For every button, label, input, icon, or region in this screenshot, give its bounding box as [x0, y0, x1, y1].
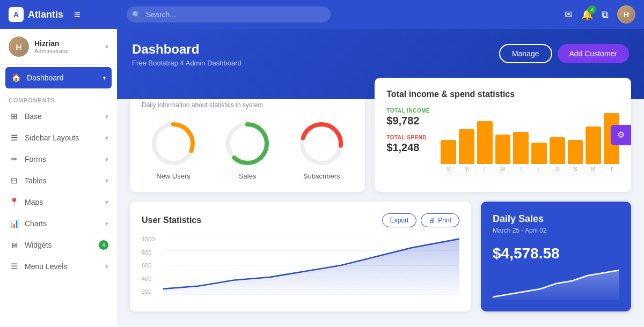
bar-column: T: [513, 132, 529, 172]
maps-label: Maps: [25, 198, 100, 206]
content: Overall statistics Daily information abo…: [117, 78, 644, 327]
user-stats-header: User Statistics Export 🖨 Print: [142, 213, 459, 227]
sidebar-item-widgets[interactable]: 🖥 Widgets 4: [0, 234, 117, 256]
brand: A Atlantis ≡: [9, 7, 116, 22]
avatar-image: H: [617, 5, 635, 24]
bar-x-label: T: [483, 166, 486, 172]
brand-name: Atlantis: [28, 9, 63, 20]
daily-sales-card: Daily Sales March 25 - April 02 $4,578.5…: [481, 202, 631, 311]
sidebar-item-sidebar-layouts[interactable]: ☰ Sidebar Layouts ▾: [0, 127, 117, 148]
bar: [550, 137, 565, 164]
bar: [477, 121, 493, 164]
sidebar-item-tables[interactable]: ⊟ Tables ▾: [0, 170, 117, 191]
sidebar-item-label: Dashboard: [27, 73, 98, 82]
dashboard-arrow-icon: ▾: [103, 75, 106, 81]
hamburger-icon[interactable]: ≡: [74, 9, 80, 21]
daily-sales-chart: [493, 267, 619, 300]
new-users-label: New Users: [156, 172, 191, 180]
menu-levels-label: Menu Levels: [25, 262, 100, 271]
sidebar-item-forms[interactable]: ✏ Forms ▾: [0, 148, 117, 170]
sidebar-item-maps[interactable]: 📍 Maps ▾: [0, 191, 117, 213]
forms-label: Forms: [25, 155, 100, 164]
chart-inner: [163, 236, 459, 295]
sidebar-nav: 🏠 Dashboard ▾ COMPONENTS ⊞ Base ▾ ☰ Side…: [0, 65, 117, 327]
tables-arrow-icon: ▾: [105, 177, 108, 184]
base-arrow-icon: ▾: [105, 113, 108, 120]
bar: [568, 140, 583, 164]
sidebar-layouts-label: Sidebar Layouts: [25, 133, 100, 142]
notification-icon[interactable]: 🔔 4: [581, 9, 593, 20]
bar-column: S: [550, 137, 565, 172]
y-label-400: 400: [142, 276, 155, 282]
header-actions: Manage Add Customer: [499, 44, 629, 63]
bar-column: T: [477, 121, 493, 172]
total-spend-value: $1,248: [386, 142, 430, 154]
export-button[interactable]: Export: [382, 213, 417, 227]
forms-arrow-icon: ▾: [105, 156, 108, 163]
settings-fab[interactable]: ⚙: [611, 125, 631, 145]
sidebar-layouts-arrow-icon: ▾: [105, 135, 108, 142]
total-income-label: TOTAL INCOME: [386, 108, 430, 114]
tables-label: Tables: [25, 176, 100, 185]
sidebar-item-charts[interactable]: 📊 Charts ▾: [0, 213, 117, 234]
y-label-1000: 1000: [142, 236, 155, 242]
print-label: Print: [438, 217, 451, 224]
daily-sales-amount: $4,578.58: [493, 245, 619, 262]
printer-icon: 🖨: [429, 217, 435, 224]
bar-x-label: S: [555, 166, 559, 172]
total-spend-label: TOTAL SPEND: [386, 135, 430, 140]
bar-column: M: [459, 129, 474, 172]
manage-button[interactable]: Manage: [499, 44, 552, 63]
y-label-200: 200: [142, 288, 155, 295]
dashboard-icon: 🏠: [11, 73, 21, 83]
layers-icon[interactable]: ⧉: [602, 9, 609, 20]
user-stats-title: User Statistics: [142, 215, 382, 225]
sidebar-user-avatar: H: [9, 36, 29, 57]
bar: [495, 135, 511, 164]
bar-column: W: [495, 135, 511, 172]
daily-sales-svg: [493, 267, 619, 300]
sidebar-item-dashboard[interactable]: 🏠 Dashboard ▾: [5, 67, 112, 88]
sidebar-user-role: Administrator: [34, 48, 69, 54]
search-input[interactable]: [127, 6, 331, 23]
y-label-600: 600: [142, 262, 155, 269]
bar-column: M: [586, 127, 601, 172]
sidebar-user-info: Hizrian Administrator: [34, 39, 69, 54]
sidebar-item-base[interactable]: ⊞ Base ▾: [0, 106, 117, 127]
print-button[interactable]: 🖨 Print: [421, 213, 459, 227]
bar: [531, 143, 547, 164]
search-wrap: [127, 6, 331, 23]
forms-icon: ✏: [9, 154, 19, 164]
sidebar-user: H Hizrian Administrator ▾: [0, 29, 117, 65]
bar-x-label: M: [464, 166, 469, 172]
sidebar-user-name: Hizrian: [34, 39, 69, 48]
bar-x-label: M: [591, 166, 596, 172]
overall-stats-subtitle: Daily information about statistics in sy…: [142, 101, 353, 109]
y-label-800: 800: [142, 249, 155, 256]
daily-sales-subtitle: March 25 - April 02: [493, 227, 619, 234]
bar-x-label: W: [500, 166, 505, 172]
income-card: Total income & spend statistics TOTAL IN…: [375, 78, 631, 192]
user-arrow-icon: ▾: [105, 43, 108, 50]
bar: [586, 127, 601, 164]
bar-column: F: [531, 143, 547, 172]
avatar[interactable]: H: [617, 5, 635, 24]
topnav-right: ✉ 🔔 4 ⧉ H: [565, 5, 635, 24]
user-stats-chart: 1000 800 600 400 200: [142, 236, 459, 295]
email-icon[interactable]: ✉: [565, 9, 573, 20]
add-customer-button[interactable]: Add Customer: [558, 44, 629, 63]
main: Dashboard Free Bootstrap 4 Admin Dashboa…: [117, 29, 644, 327]
chart-fill: [163, 239, 459, 295]
widgets-label: Widgets: [25, 241, 93, 249]
sidebar-item-menu-levels[interactable]: ☰ Menu Levels ▾: [0, 256, 117, 277]
layout: H Hizrian Administrator ▾ 🏠 Dashboard ▾ …: [0, 29, 644, 327]
bar: [441, 140, 456, 164]
charts-label: Charts: [25, 219, 100, 228]
maps-arrow-icon: ▾: [105, 199, 108, 206]
user-stats-card: User Statistics Export 🖨 Print 1000 800 …: [130, 202, 471, 311]
bar: [459, 129, 474, 164]
brand-icon: A: [9, 7, 24, 22]
sales-circle: 36 Sales: [223, 120, 272, 180]
sidebar-layouts-icon: ☰: [9, 133, 19, 143]
bar-x-label: S: [447, 166, 450, 172]
